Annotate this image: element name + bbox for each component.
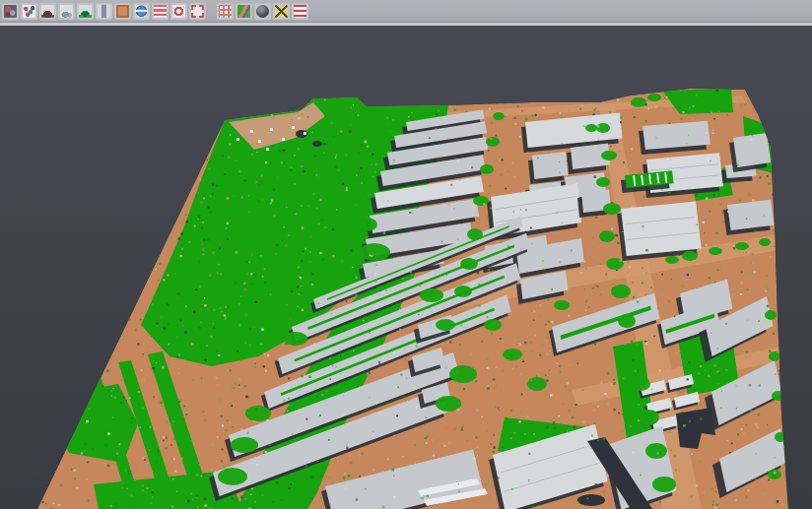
viewport-3d-scene[interactable] (0, 0, 812, 509)
toolbar-separator (207, 3, 216, 20)
terrain-vegetation-icon[interactable] (77, 3, 94, 20)
toolbar-edge (0, 22, 812, 26)
classification-map-icon-glyph (237, 5, 250, 18)
toolbar (0, 0, 812, 22)
grid-icon-glyph (219, 5, 232, 18)
classified-points-icon[interactable] (21, 3, 37, 20)
ortho-layer-icon-glyph (116, 5, 129, 18)
layer-stack-icon-glyph (154, 5, 167, 18)
terrain-vegetation-icon-glyph (79, 5, 92, 18)
ortho-layer-icon[interactable] (114, 3, 131, 20)
sphere-3d-icon-glyph (256, 5, 269, 18)
classified-points-icon-glyph (23, 5, 35, 18)
globe-view-icon[interactable] (133, 3, 150, 20)
striped-layer-icon[interactable] (292, 3, 308, 20)
striped-layer-icon-glyph (294, 5, 306, 18)
zoom-extent-icon[interactable] (189, 3, 206, 20)
profile-view-icon-glyph (98, 5, 110, 18)
target-circle-icon-glyph (172, 5, 185, 18)
sphere-3d-icon[interactable] (254, 3, 271, 20)
globe-view-icon-glyph (135, 5, 148, 18)
render-scene-icon[interactable] (2, 3, 19, 20)
zoom-extent-icon-glyph (191, 5, 204, 18)
layer-stack-icon[interactable] (152, 3, 169, 20)
profile-view-icon[interactable] (96, 3, 112, 20)
render-scene-icon-glyph (4, 5, 17, 18)
marker-cross-icon-glyph (275, 5, 288, 18)
terrain-gray-icon[interactable] (58, 3, 75, 20)
marker-cross-icon[interactable] (273, 3, 290, 20)
terrain-surface-icon-glyph (41, 5, 54, 18)
terrain-surface-icon[interactable] (39, 3, 56, 20)
grid-icon[interactable] (217, 3, 234, 20)
target-circle-icon[interactable] (170, 3, 187, 20)
classification-map-icon[interactable] (236, 3, 252, 20)
terrain-gray-icon-glyph (60, 5, 73, 18)
